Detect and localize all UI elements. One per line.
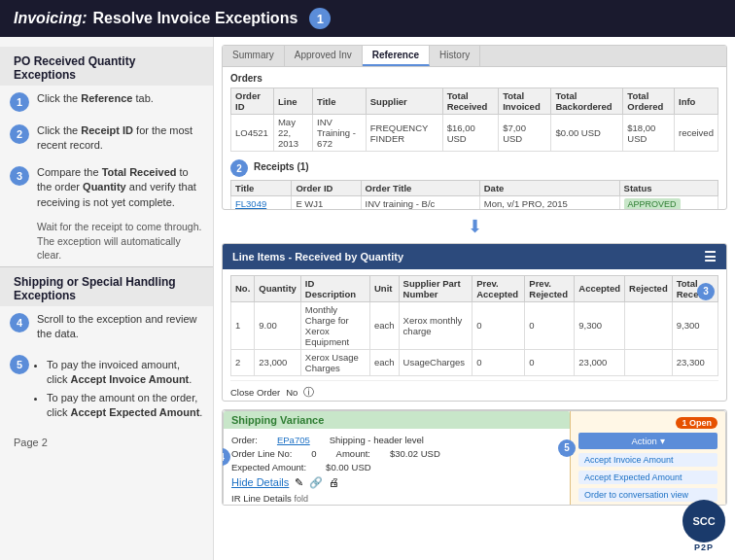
receipts-header-row: 2 Receipts (1) [230, 159, 718, 177]
li2-prev-rej: 0 [525, 349, 575, 375]
tab-reference[interactable]: Reference [363, 46, 430, 66]
shipping-variance-panel: Shipping Variance Order: EPa705 Shipping… [222, 409, 727, 507]
action-button[interactable]: Action ▾ [578, 433, 718, 449]
li2-desc: Xerox Usage Charges [300, 349, 369, 375]
link-icon[interactable]: 🔗 [309, 476, 323, 489]
badge-2: 2 [230, 159, 248, 177]
step-5-badge: 5 [10, 355, 29, 374]
reference-panel: Summary Approved Inv Reference History O… [222, 45, 727, 210]
step-3-row: 3 Compare the Total Received to the orde… [0, 159, 213, 216]
shipping-icons-row: Hide Details ✎ 🔗 🖨 [231, 476, 562, 489]
order-line-cell: May 22, 2013 [273, 115, 312, 152]
logo-text: SCC [692, 515, 715, 527]
lcol-no: No. [231, 275, 255, 301]
close-order-value: No [286, 387, 298, 398]
col-order-id: Order ID [231, 88, 274, 115]
lcol-rejected: Rejected [625, 275, 673, 301]
receipts-table: Title Order ID Order Title Date Status F… [230, 180, 718, 210]
li1-part: Xerox monthly charge [399, 301, 472, 349]
lcol-description: ID Description [300, 275, 369, 301]
line-items-panel: Line Items - Received by Quantity ☰ 3 No… [222, 243, 727, 402]
receipts-title: Receipts (1) [254, 161, 309, 172]
order-total-ordered-cell: $18,00 USD [623, 115, 675, 152]
hamburger-icon[interactable]: ☰ [704, 249, 717, 264]
lcol-accepted: Accepted [575, 275, 625, 301]
line-items-body: No. Quantity ID Description Unit Supplie… [223, 269, 726, 402]
lcol-unit: Unit [369, 275, 399, 301]
section2-title: Shipping or Special Handling Exceptions [0, 266, 213, 306]
shipping-order-label: Order: [231, 435, 258, 445]
order-supplier-cell: FREQUENCY FINDER [366, 115, 442, 152]
col-title: Title [313, 88, 367, 115]
li1-rejected [625, 301, 673, 349]
accept-invoice-option[interactable]: Accept Invoice Amount [578, 453, 718, 467]
lcol-supplier-part: Supplier Part Number [399, 275, 472, 301]
step-3-text: Compare the Total Received to the order … [37, 165, 203, 210]
step-5-text: To pay the invoiced amount, click Accept… [37, 354, 203, 424]
li1-prev-rej: 0 [525, 301, 575, 349]
step-4-text: Scroll to the exception and review the d… [37, 312, 203, 342]
badge-3: 3 [697, 283, 715, 300]
tab-approved-inv[interactable]: Approved Inv [285, 46, 363, 66]
badge-5: 5 [558, 439, 576, 457]
order-total-backordered-cell: $0.00 USD [551, 115, 623, 152]
main-layout: PO Received Quantity Exceptions 1 Click … [0, 37, 735, 560]
col-total-received: Total Received [442, 88, 498, 115]
col-total-invoiced: Total Invoiced [499, 88, 551, 115]
receipt-title-cell[interactable]: FL3049 [231, 196, 292, 210]
accept-expected-option[interactable]: Accept Expected Amount [578, 471, 718, 484]
rcol-title: Title [231, 181, 292, 196]
info-icon[interactable]: ⓘ [303, 385, 314, 400]
step-3-wait: Wait for the receipt to come through. Th… [0, 216, 213, 266]
ir-line-details: IR Line Details fold [231, 489, 562, 504]
receipt-id-link[interactable]: FL3049 [235, 198, 266, 209]
li1-desc: Monthly Charge for Xerox Equipment [300, 301, 369, 349]
receipt-status-badge: APPROVED [624, 198, 681, 210]
lcol-prev-accepted: Prev. Accepted [472, 275, 525, 301]
tab-history[interactable]: History [430, 46, 480, 66]
orders-row: LO4521 May 22, 2013 INV Training - 672 F… [231, 115, 718, 152]
shipping-left: Shipping Variance Order: EPa705 Shipping… [224, 411, 570, 507]
ir-line-label: IR Line Details [231, 493, 292, 504]
line-items-title-bar: Line Items - Received by Quantity ☰ [223, 244, 726, 269]
step-1-text: Click the Reference tab. [37, 91, 154, 106]
section1-title: PO Received Quantity Exceptions [0, 47, 213, 86]
tab-summary[interactable]: Summary [223, 46, 285, 66]
li2-prev-acc: 0 [472, 349, 525, 375]
panel-tabs: Summary Approved Inv Reference History [223, 46, 726, 67]
amount-value: $30.02 USD [390, 448, 440, 459]
sidebar: PO Received Quantity Exceptions 1 Click … [0, 37, 214, 560]
step-4-row: 4 Scroll to the exception and review the… [0, 306, 213, 348]
hide-details-link[interactable]: Hide Details [231, 476, 289, 488]
order-total-received-cell: $16,00 USD [442, 115, 498, 152]
step-2-row: 2 Click the Receipt ID for the most rece… [0, 118, 213, 159]
order-info-cell: received [675, 115, 718, 152]
close-order-row: Close Order No ⓘ [230, 380, 718, 402]
li2-total: 23,300 [672, 349, 718, 375]
li2-unit: each [369, 349, 399, 375]
print-icon[interactable]: 🖨 [329, 476, 339, 488]
col-total-backordered: Total Backordered [551, 88, 623, 115]
shipping-order-value[interactable]: EPa705 [277, 435, 310, 445]
li1-no: 1 [231, 301, 255, 349]
expected-label: Expected Amount: [231, 462, 306, 472]
header-invoicing: Invoicing: [14, 10, 88, 27]
step-3-badge: 3 [10, 166, 29, 186]
amount-label: Amount: [336, 448, 370, 459]
step-4-badge: 4 [10, 313, 29, 332]
order-line-label: Order Line No: [231, 448, 292, 459]
li1-prev-acc: 0 [472, 301, 525, 349]
step-2-text: Click the Receipt ID for the most recent… [37, 123, 203, 154]
order-id-cell: LO4521 [231, 115, 274, 152]
li2-rejected [625, 349, 673, 375]
shipping-inner: Shipping Variance Order: EPa705 Shipping… [223, 410, 726, 507]
order-total-invoiced-cell: $7,00 USD [499, 115, 551, 152]
step-5-row: 5 To pay the invoiced amount, click Acce… [0, 348, 213, 430]
receipts-row: FL3049 E WJ1 INV training - B/c Mon, v/1… [231, 196, 718, 210]
shipping-order-link[interactable]: EPa705 [277, 435, 310, 445]
line-item-row-2: 2 23,000 Xerox Usage Charges each UsageC… [231, 349, 718, 375]
line-items-title: Line Items - Received by Quantity [232, 251, 403, 262]
shipping-title: Shipping Variance [224, 411, 570, 429]
col-total-ordered: Total Ordered [623, 88, 675, 115]
edit-icon[interactable]: ✎ [295, 476, 303, 489]
